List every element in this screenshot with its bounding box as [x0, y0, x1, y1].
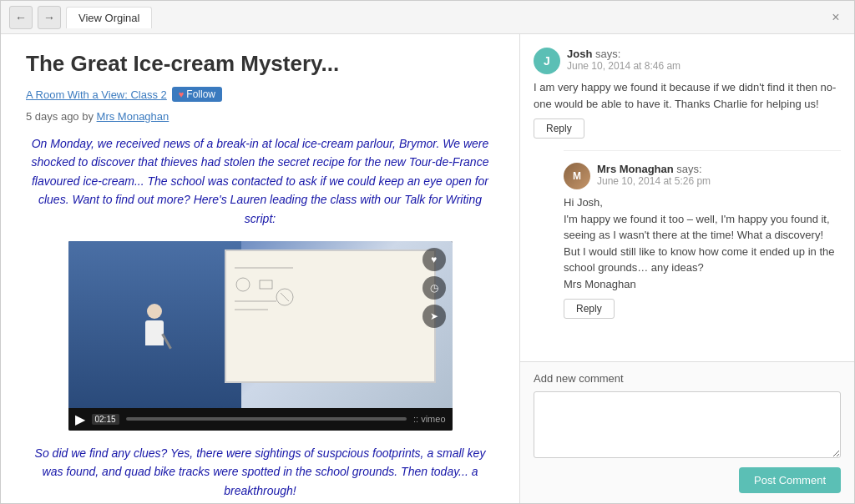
add-comment-label: Add new comment [534, 372, 841, 385]
comment-says: says: [595, 48, 620, 60]
avatar: M [564, 163, 590, 189]
video-controls: ▶ 02:15 :: vimeo [68, 408, 453, 431]
follow-button[interactable]: ♥ Follow [172, 87, 222, 102]
video-icons: ♥ ◷ ➤ [422, 248, 446, 328]
reply-button[interactable]: Reply [534, 118, 584, 139]
comment-says: says: [676, 163, 701, 175]
heart-icon: ♥ [179, 89, 185, 99]
comment-textarea[interactable] [534, 391, 841, 458]
post-body-top: On Monday, we received news of a break-i… [26, 134, 494, 228]
comment-item: J Josh says: June 10, 2014 at 8:46 am I … [534, 48, 841, 319]
comment-body: I am very happy we found it because if w… [534, 79, 841, 112]
watch-icon[interactable]: ◷ [422, 276, 446, 300]
comments-area: J Josh says: June 10, 2014 at 8:46 am I … [520, 34, 854, 361]
comment-header: J Josh says: June 10, 2014 at 8:46 am [534, 48, 841, 74]
post-meta: 5 days ago by Mrs Monaghan [26, 110, 494, 123]
forward-button[interactable]: → [38, 6, 61, 29]
vimeo-logo: :: vimeo [413, 414, 446, 424]
author-link[interactable]: Mrs Monaghan [97, 110, 169, 123]
play-button[interactable]: ▶ [75, 411, 85, 427]
progress-bar[interactable] [126, 417, 407, 421]
comment-date: June 10, 2014 at 5:26 pm [597, 175, 711, 187]
comment-date: June 10, 2014 at 8:46 am [567, 60, 680, 72]
close-button[interactable]: × [826, 8, 846, 28]
tab-title: View Orginal [66, 7, 152, 28]
comment-meta: Josh says: June 10, 2014 at 8:46 am [567, 48, 680, 72]
comment-header: M Mrs Monaghan says: June 10, 2014 at 5:… [564, 163, 841, 189]
main-content: The Great Ice-cream Mystery... A Room Wi… [1, 34, 854, 503]
titlebar: ← → View Orginal × [1, 1, 854, 34]
share-icon[interactable]: ➤ [422, 305, 446, 328]
breadcrumb-link[interactable]: A Room With a View: Class 2 [26, 88, 167, 101]
nested-comment-item: M Mrs Monaghan says: June 10, 2014 at 5:… [564, 150, 841, 319]
avatar: J [534, 48, 560, 74]
breadcrumb-area: A Room With a View: Class 2 ♥ Follow [26, 87, 494, 102]
comment-body: Hi Josh, I'm happy we found it too – wel… [564, 194, 841, 292]
post-title: The Great Ice-cream Mystery... [26, 51, 494, 77]
whiteboard [225, 249, 436, 383]
like-icon[interactable]: ♥ [422, 248, 446, 271]
comment-author: Josh says: [567, 48, 620, 60]
video-thumbnail: ♥ ◷ ➤ [68, 241, 453, 408]
svg-rect-0 [226, 251, 434, 381]
post-body-bottom: So did we find any clues? Yes, there wer… [26, 444, 494, 500]
video-timestamp: 02:15 [92, 414, 119, 425]
post-comment-button[interactable]: Post Comment [739, 467, 841, 493]
right-panel: J Josh says: June 10, 2014 at 8:46 am I … [520, 34, 854, 503]
add-comment-section: Add new comment Post Comment [520, 361, 854, 503]
reply-button[interactable]: Reply [564, 299, 615, 319]
browser-window: ← → View Orginal × The Great Ice-cream M… [0, 0, 855, 504]
comment-author: Mrs Monaghan says: [597, 163, 702, 175]
comment-meta: Mrs Monaghan says: June 10, 2014 at 5:26… [597, 163, 711, 187]
video-container: ♥ ◷ ➤ ▶ 02:15 :: vimeo [68, 241, 453, 431]
back-button[interactable]: ← [9, 6, 33, 29]
left-panel: The Great Ice-cream Mystery... A Room Wi… [1, 34, 520, 503]
